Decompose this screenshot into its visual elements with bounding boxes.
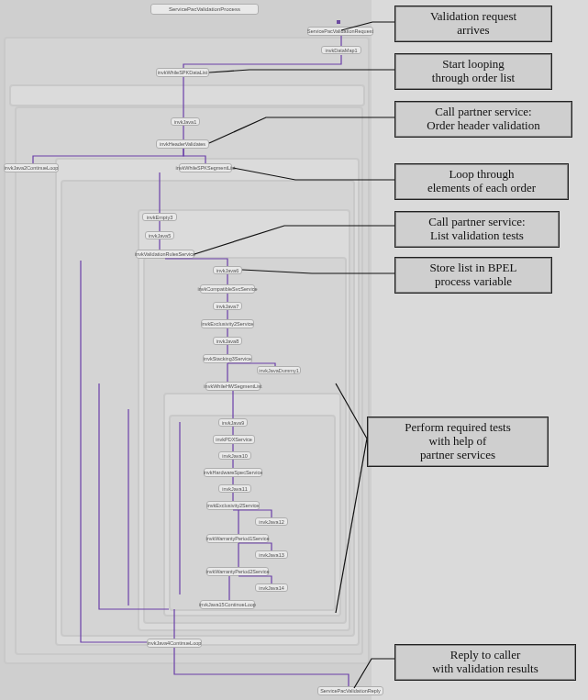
node-java1[interactable]: invkJava1	[171, 117, 200, 126]
node-java8[interactable]: invkJava8	[213, 337, 242, 345]
node-receive[interactable]: ServicePacValidationRequest	[307, 27, 373, 36]
callout-text: Start loopingthrough order list	[432, 57, 515, 84]
node-java7[interactable]: invkJava7	[213, 302, 242, 310]
node-excl2[interactable]: invkExclusivity2Service	[201, 319, 254, 328]
node-java10[interactable]: invkJava10	[218, 451, 251, 460]
scope-slab	[9, 84, 365, 106]
node-java13[interactable]: invkJava13	[255, 550, 288, 559]
callout-text: Validation requestarrives	[430, 9, 516, 37]
node-j4cont[interactable]: invkJava4ContinueLoop	[147, 639, 202, 648]
receive-icon	[335, 18, 342, 26]
callout-text: Call partner service:List validation tes…	[428, 215, 525, 242]
callout-text: Store list in BPELprocess variable	[430, 261, 517, 288]
node-wP2[interactable]: invkWarrantyPeriod2Service	[206, 567, 269, 576]
node-java11[interactable]: invkJava11	[218, 484, 251, 493]
node-j2cont[interactable]: invkJava2ContinueLoop	[4, 163, 59, 172]
node-java12[interactable]: invkJava12	[255, 517, 288, 526]
callout-list-validation: Call partner service:List validation tes…	[394, 211, 560, 248]
node-wP1[interactable]: invkWarrantyPeriod1Service	[206, 534, 269, 543]
node-java5[interactable]: invkJava5	[145, 231, 174, 239]
node-java6[interactable]: invkJava6	[213, 266, 242, 274]
node-hwSpec[interactable]: invkHardwareSpecService	[204, 468, 262, 477]
callout-text: Reply to callerwith validation results	[432, 648, 538, 675]
node-map1[interactable]: invkDataMap1	[321, 46, 361, 54]
node-java14[interactable]: invkJava14	[255, 583, 288, 592]
node-excl2b[interactable]: invkExclusivity2Service	[206, 501, 260, 510]
node-j15cont[interactable]: invkJava15ContinueLoop	[200, 600, 255, 609]
node-pdxSvc[interactable]: invkPDXService	[213, 435, 255, 444]
bpel-canvas: ServicePacValidationProcess ServicePacVa…	[0, 0, 588, 700]
callout-request-arrives: Validation requestarrives	[394, 6, 552, 42]
node-hdrVal[interactable]: invkHeaderValidates	[156, 139, 209, 149]
node-whileHW[interactable]: invkWhileHWSegmentList	[205, 382, 261, 391]
node-java9[interactable]: invkJava9	[218, 418, 248, 427]
node-compSvc[interactable]: invkCompatibleSvcService	[200, 284, 255, 294]
node-whileSeg[interactable]: invkWhileSPKSegmentList	[179, 163, 232, 172]
node-rules[interactable]: invkValidationRulesService	[136, 250, 194, 259]
node-whileSPK[interactable]: invkWhileSPKDataList	[156, 68, 209, 77]
callout-store-variable: Store list in BPELprocess variable	[394, 257, 552, 294]
process-title: ServicePacValidationProcess	[150, 4, 259, 15]
callout-text: Perform required testswith help ofpartne…	[405, 420, 511, 461]
node-stack3[interactable]: invkStacking3Service	[203, 354, 252, 363]
callout-start-looping: Start loopingthrough order list	[394, 53, 552, 90]
callout-header-validation: Call partner service:Order header valida…	[394, 101, 572, 138]
node-empty3[interactable]: invkEmpty3	[142, 213, 177, 221]
callout-loop-elements: Loop throughelements of each order	[394, 163, 569, 200]
callout-perform-tests: Perform required testswith help ofpartne…	[367, 417, 549, 467]
callout-text: Loop throughelements of each order	[427, 167, 536, 194]
node-dummy1[interactable]: invkJavaDummy1	[257, 366, 301, 374]
callout-reply: Reply to callerwith validation results	[394, 644, 576, 681]
scope-8	[169, 415, 336, 611]
node-reply[interactable]: ServicePacValidationReply	[317, 686, 383, 695]
callout-text: Call partner service:Order header valida…	[427, 105, 539, 132]
